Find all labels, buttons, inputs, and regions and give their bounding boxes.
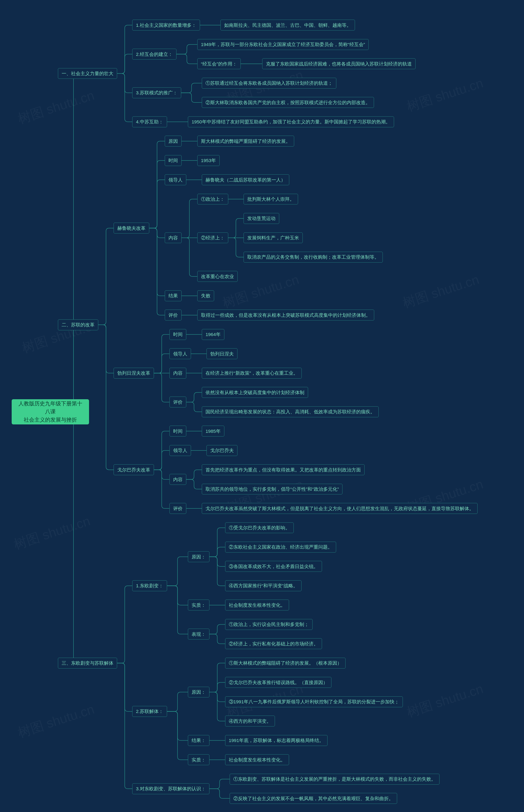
- connector: [209, 663, 225, 692]
- mindmap-node: 评价: [169, 503, 186, 514]
- connector: [167, 586, 188, 605]
- connector: [98, 325, 114, 373]
- connector: [154, 334, 169, 373]
- connector: [186, 393, 202, 402]
- mindmap-node: 取消苏共的领导地位，实行多党制，倡导“公开性”和“政治多元化”: [202, 484, 342, 495]
- connector: [154, 470, 169, 509]
- mindmap-node: ②斯大林取消东欧各国共产党的自主权，按照苏联模式进行全方位的内部改造。: [202, 97, 374, 108]
- connector: [181, 83, 202, 93]
- mindmap-node: 失败: [197, 291, 214, 301]
- mindmap-node: “经互会”的作用：: [197, 58, 241, 69]
- mindmap-node: 发展饲料生产，广种玉米: [244, 232, 303, 243]
- connector: [167, 711, 188, 740]
- connector: [228, 218, 244, 238]
- connector: [181, 93, 202, 102]
- connector: [167, 711, 188, 760]
- mindmap-node: 赫鲁晓夫（二战后苏联改革的第一人）: [202, 175, 289, 185]
- mindmap-node: 1950年中苏缔结了友好同盟互助条约，加强了社会主义的力量。新中国掀起了学习苏联…: [188, 116, 394, 127]
- connector: [209, 634, 225, 644]
- mindmap-node: ①受戈尔巴乔夫改革的影响。: [225, 523, 294, 533]
- mindmap-node: ②反映了社会主义的发展不会一帆风顺，其中必然充满着艰巨、复杂和曲折。: [230, 793, 397, 804]
- connector: [117, 73, 132, 93]
- mindmap-node: 原因：: [188, 551, 209, 562]
- mindmap-node: 时间: [165, 155, 182, 166]
- mindmap-node: 社会制度发生根本性变化。: [225, 600, 289, 610]
- connector: [117, 663, 132, 789]
- connector: [149, 228, 165, 315]
- mindmap-node: 时间: [169, 329, 186, 340]
- connector: [209, 692, 225, 721]
- connector: [177, 54, 197, 64]
- mindmap-node: ①苏联通过经互会将东欧各成员国纳入苏联计划经济的轨道；: [202, 78, 336, 88]
- mindmap-node: ①斯大林模式的弊端阻碍了经济的发展。（根本原因）: [225, 658, 345, 668]
- connector: [58, 73, 89, 412]
- mindmap-node: 领导人: [169, 348, 191, 359]
- mindmap-node: 1.社会主义国家的数量增多：: [132, 20, 200, 31]
- mindmap-node: 首先把经济改革作为重点，但没有取得效果。又把改革的重点转到政治方面: [202, 464, 364, 475]
- mindmap-node: ②戈尔巴乔夫改革推行错误路线。（直接原因）: [225, 677, 331, 688]
- mindmap-node: 克服了东欧国家战后经济困难，也将各成员国纳入苏联计划经济的轨道: [262, 58, 415, 69]
- watermark: 树图 shutu.cn: [12, 512, 93, 553]
- watermark: 树图 shutu.cn: [16, 700, 97, 742]
- watermark: 树图 shutu.cn: [405, 74, 486, 116]
- mindmap-node: 3.苏联模式的推广：: [132, 87, 181, 98]
- connector: [154, 431, 169, 470]
- connector: [117, 586, 132, 663]
- mindmap-node: 时间: [169, 426, 186, 436]
- mindmap-node: 领导人: [165, 175, 186, 185]
- mindmap-node: ③各国改革成效不大，社会矛盾日益尖锐。: [225, 561, 322, 572]
- mindmap-node: 戈尔巴乔夫改革虽然突破了斯大林模式，但是脱离了社会主义方向，使人们思想发生混乱，…: [202, 503, 477, 514]
- mindmap-node: 批判斯大林个人崇拜。: [244, 194, 298, 205]
- connector: [167, 586, 188, 634]
- mindmap-node: ④西方的和平演变。: [225, 716, 275, 727]
- mindmap-node: 3.对东欧剧变、苏联解体的认识：: [132, 783, 209, 794]
- connector: [154, 470, 169, 479]
- connector: [117, 25, 132, 73]
- mindmap-node: 内容: [169, 368, 186, 379]
- mindmap-node: ①政治上，实行议会民主制和多党制；: [225, 619, 313, 630]
- mindmap-node: 戈尔巴乔夫改革: [114, 464, 154, 475]
- connector: [154, 373, 169, 402]
- mindmap-node: 实质：: [188, 600, 209, 610]
- mindmap-node: 依然没有从根本上突破高度集中的计划经济体制: [202, 387, 308, 398]
- watermark: 树图 shutu.cn: [16, 86, 97, 128]
- mindmap-canvas: { "watermark": "树图 shutu.cn", "root": { …: [0, 0, 524, 812]
- mindmap-node: 1991年底，苏联解体，标志着两极格局终结。: [225, 735, 327, 746]
- mindmap-node: 实质：: [188, 754, 209, 765]
- section-node: 二、苏联的改革: [58, 319, 98, 330]
- connector: [209, 528, 225, 557]
- mindmap-node: 2.经互会的建立：: [132, 49, 177, 60]
- mindmap-node: 如南斯拉夫、民主德国、波兰、古巴、中国、朝鲜、越南等。: [220, 20, 355, 31]
- mindmap-node: ①东欧剧变、苏联解体是社会主义发展的严重挫折，是斯大林模式的失败，而非社会主义的…: [230, 774, 440, 784]
- mindmap-node: 发动垦荒运动: [244, 213, 279, 224]
- mindmap-node: 1953年: [197, 155, 219, 166]
- connector: [209, 682, 225, 692]
- connector: [149, 141, 165, 228]
- section-node: 一、社会主义力量的壮大: [58, 68, 117, 79]
- connector: [209, 557, 225, 566]
- connector: [117, 663, 132, 711]
- mindmap-node: 国民经济呈现出畸形发展的状态：高投入、高消耗、低效率成为苏联经济的痼疾。: [202, 407, 379, 417]
- connector: [167, 692, 188, 711]
- connector: [186, 470, 202, 479]
- section-node: 三、东欧剧变与苏联解体: [58, 658, 117, 668]
- connector: [117, 54, 132, 73]
- mindmap-node: 斯大林模式的弊端严重阻碍了经济的发展。: [197, 136, 294, 147]
- connector: [98, 228, 114, 325]
- mindmap-node: 戈尔巴乔夫: [207, 445, 238, 456]
- connector: [117, 73, 132, 122]
- mindmap-node: 1985年: [202, 426, 224, 436]
- connector: [186, 402, 202, 412]
- mindmap-node: 在经济上推行“新政策”，改革重心在重工业。: [202, 368, 302, 379]
- connector: [154, 450, 169, 470]
- mindmap-node: 结果: [165, 291, 182, 301]
- connector: [209, 557, 225, 586]
- connector: [149, 228, 165, 238]
- connector: [182, 238, 197, 277]
- mindmap-node: ③1991年八一九事件后俄罗斯领导人叶利钦控制了全局，苏联的分裂进一步加快；: [225, 696, 403, 707]
- connector: [209, 692, 225, 702]
- mindmap-node: 取得过一些成效，但是改革没有从根本上突破苏联模式高度集中的计划经济体制。: [197, 310, 374, 320]
- mindmap-node: 赫鲁晓夫改革: [114, 222, 149, 233]
- connector: [58, 412, 89, 663]
- connector: [167, 557, 188, 586]
